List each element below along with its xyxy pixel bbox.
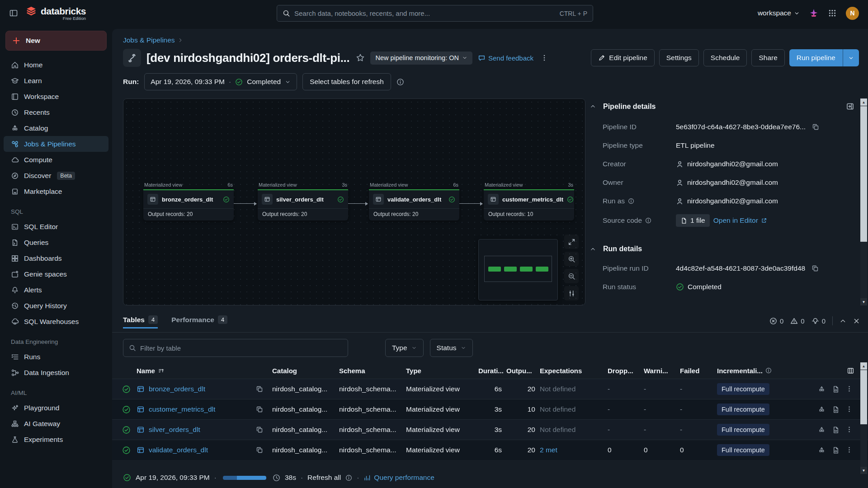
info-icon[interactable] xyxy=(765,367,772,374)
minimap-viewport[interactable] xyxy=(484,256,552,282)
sidebar-item-query-history[interactable]: Query History xyxy=(4,298,108,314)
header-incremental[interactable]: Incrementali... xyxy=(717,367,810,375)
open-side-panel-icon[interactable] xyxy=(846,102,854,111)
breadcrumb-jobs-pipelines[interactable]: Jobs & Pipelines xyxy=(123,36,175,44)
sidebar-item-dashboards[interactable]: Dashboards xyxy=(4,250,108,266)
copy-icon[interactable] xyxy=(256,406,263,413)
apps-grid-icon[interactable] xyxy=(828,9,837,18)
row-kebab-icon[interactable] xyxy=(846,446,853,454)
header-warning[interactable]: Warni... xyxy=(644,367,680,375)
databricks-logo[interactable]: databricks Free Edition xyxy=(25,6,86,21)
lineage-icon[interactable] xyxy=(818,426,826,434)
lineage-icon[interactable] xyxy=(818,446,826,454)
filter-input[interactable] xyxy=(140,344,342,352)
sidebar-item-home[interactable]: Home xyxy=(4,57,108,73)
query-performance-link[interactable]: Query performance xyxy=(363,474,434,482)
tab-performance[interactable]: Performance 4 xyxy=(171,315,227,328)
share-button[interactable]: Share xyxy=(751,49,784,66)
sidebar-item-genie-spaces[interactable]: Genie spaces xyxy=(4,266,108,282)
sidebar-item-ai-gateway[interactable]: AI Gateway xyxy=(4,416,108,432)
pipeline-dag-canvas[interactable]: Materialized view6s bronze_orders_dlt Ou… xyxy=(123,99,585,305)
sidebar-item-data-ingestion[interactable]: Data Ingestion xyxy=(4,365,108,380)
pipeline-monitoring-toggle[interactable]: New pipeline monitoring: ON xyxy=(370,52,472,65)
dag-node-silver-orders[interactable]: Materialized view3s silver_orders_dlt Ou… xyxy=(258,182,348,221)
copy-icon[interactable] xyxy=(256,446,263,454)
copy-icon[interactable] xyxy=(256,426,263,433)
zoom-in-icon[interactable] xyxy=(564,252,579,266)
cell-expectations-link[interactable]: 2 met xyxy=(540,446,608,454)
table-name-link[interactable]: silver_orders_dlt xyxy=(149,426,200,434)
header-failed[interactable]: Failed xyxy=(680,367,717,375)
user-avatar[interactable]: N xyxy=(846,7,859,20)
tab-tables[interactable]: Tables 4 xyxy=(123,315,158,328)
scroll-thumb[interactable] xyxy=(860,106,867,242)
copy-icon[interactable] xyxy=(812,123,819,131)
assistant-icon[interactable] xyxy=(809,8,819,18)
source-files-chip[interactable]: 1 file xyxy=(676,214,710,227)
row-kebab-icon[interactable] xyxy=(846,385,853,393)
close-panel-icon[interactable] xyxy=(853,318,860,324)
row-kebab-icon[interactable] xyxy=(846,426,853,434)
run-pipeline-dropdown[interactable] xyxy=(843,49,859,66)
run-pipeline-button[interactable]: Run pipeline xyxy=(789,49,859,66)
schedule-button[interactable]: Schedule xyxy=(703,49,747,66)
sidebar-item-catalog[interactable]: Catalog xyxy=(4,120,108,136)
sidebar-item-discover[interactable]: Discover Beta xyxy=(4,168,108,183)
row-kebab-icon[interactable] xyxy=(846,406,853,413)
column-settings-icon[interactable] xyxy=(810,367,868,375)
header-type[interactable]: Type xyxy=(406,367,478,375)
send-feedback-link[interactable]: Send feedback xyxy=(478,54,533,62)
copy-icon[interactable] xyxy=(256,385,263,393)
open-in-editor-link[interactable]: Open in Editor xyxy=(713,216,767,225)
sidebar-item-marketplace[interactable]: Marketplace xyxy=(4,183,108,199)
lineage-icon[interactable] xyxy=(818,406,826,413)
filter-by-table-input[interactable] xyxy=(123,339,348,357)
file-code-icon[interactable] xyxy=(832,385,840,393)
dag-node-validate-orders[interactable]: Materialized view6s validate_orders_dlt … xyxy=(369,182,459,221)
sort-icon[interactable] xyxy=(158,367,165,374)
workspace-switcher[interactable]: workspace xyxy=(758,9,800,17)
info-icon[interactable] xyxy=(396,78,404,86)
copy-icon[interactable] xyxy=(811,265,819,272)
table-row[interactable]: customer_metrics_dlt nirdosh_catalog... … xyxy=(112,399,868,419)
sidebar-item-runs[interactable]: Runs xyxy=(4,349,108,365)
lineage-icon[interactable] xyxy=(818,385,826,393)
sidebar-item-learn[interactable]: Learn xyxy=(4,73,108,89)
sidebar-item-playground[interactable]: Playground xyxy=(4,400,108,416)
file-code-icon[interactable] xyxy=(832,406,840,413)
info-icon[interactable] xyxy=(645,217,651,224)
info-icon[interactable] xyxy=(345,474,352,481)
new-button[interactable]: New xyxy=(5,31,107,51)
settings-button[interactable]: Settings xyxy=(659,49,699,66)
header-output[interactable]: Outpu... xyxy=(506,367,540,375)
sidebar-item-queries[interactable]: Queries xyxy=(4,235,108,250)
header-name[interactable]: Name xyxy=(137,367,272,375)
zoom-out-icon[interactable] xyxy=(564,269,579,283)
sidebar-item-sql-warehouses[interactable]: SQL Warehouses xyxy=(4,314,108,329)
sidebar-toggle-icon[interactable] xyxy=(9,9,18,18)
select-tables-for-refresh-button[interactable]: Select tables for refresh xyxy=(302,73,391,90)
table-row[interactable]: validate_orders_dlt nirdosh_catalog... n… xyxy=(112,440,868,460)
header-catalog[interactable]: Catalog xyxy=(272,367,339,375)
collapse-panel-icon[interactable] xyxy=(840,318,846,324)
sidebar-item-alerts[interactable]: Alerts xyxy=(4,282,108,298)
dag-minimap[interactable] xyxy=(478,239,558,300)
table-name-link[interactable]: bronze_orders_dlt xyxy=(149,385,205,393)
table-row[interactable]: silver_orders_dlt nirdosh_catalog... nir… xyxy=(112,419,868,440)
run-selector[interactable]: Apr 19, 2026, 09:33 PM Completed xyxy=(144,73,297,90)
table-scrollbar[interactable]: ▲ ▼ xyxy=(860,362,867,467)
scroll-down-button[interactable]: ▼ xyxy=(860,467,867,474)
file-code-icon[interactable] xyxy=(832,446,840,454)
sidebar-item-compute[interactable]: Compute xyxy=(4,152,108,168)
scroll-up-button[interactable]: ▲ xyxy=(860,362,867,370)
status-filter-dropdown[interactable]: Status xyxy=(430,339,473,357)
header-expectations[interactable]: Expectations xyxy=(540,367,608,375)
table-name-link[interactable]: validate_orders_dlt xyxy=(149,446,208,454)
header-dropped[interactable]: Dropp... xyxy=(608,367,644,375)
collapse-pipeline-details-icon[interactable] xyxy=(590,103,596,109)
table-name-link[interactable]: customer_metrics_dlt xyxy=(149,405,215,413)
info-icon[interactable] xyxy=(628,198,634,204)
file-code-icon[interactable] xyxy=(832,426,840,434)
type-filter-dropdown[interactable]: Type xyxy=(385,339,424,357)
dag-node-bronze-orders[interactable]: Materialized view6s bronze_orders_dlt Ou… xyxy=(143,182,234,221)
